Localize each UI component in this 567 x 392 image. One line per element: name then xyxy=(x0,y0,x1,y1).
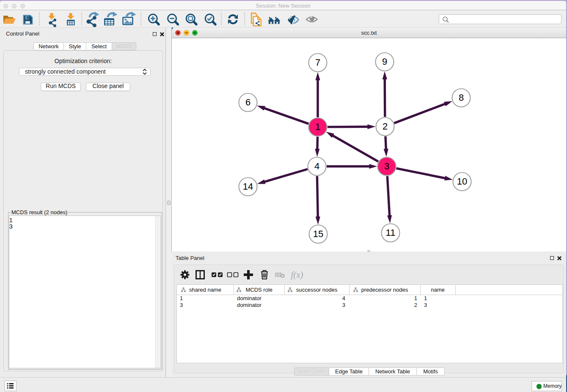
svg-text:15: 15 xyxy=(313,229,323,239)
svg-text:11: 11 xyxy=(386,227,396,238)
svg-text:14: 14 xyxy=(243,181,253,192)
svg-text:10: 10 xyxy=(457,176,467,187)
svg-text:f(x): f(x) xyxy=(291,270,303,280)
svg-text:4: 4 xyxy=(314,161,319,171)
svg-text:1: 1 xyxy=(315,121,320,132)
svg-text:7: 7 xyxy=(315,57,320,68)
svg-text:3: 3 xyxy=(384,161,389,171)
svg-text:2: 2 xyxy=(383,121,388,132)
svg-text:6: 6 xyxy=(245,97,250,108)
svg-text:9: 9 xyxy=(382,56,387,67)
svg-text:8: 8 xyxy=(459,92,464,103)
